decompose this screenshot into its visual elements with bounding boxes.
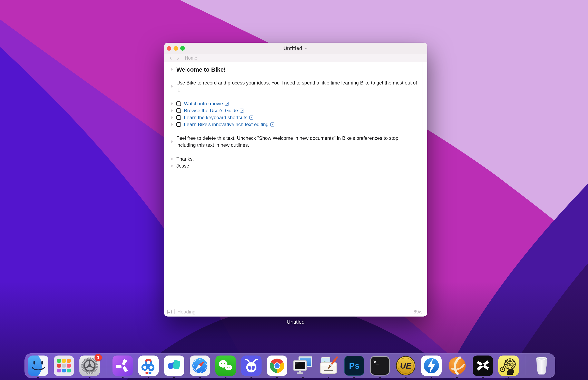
chevron-left-icon	[169, 56, 173, 60]
dock-bike-icon[interactable]	[498, 356, 519, 376]
dock-safari-icon[interactable]	[190, 356, 210, 376]
running-indicator	[199, 377, 201, 378]
running-indicator	[302, 377, 304, 378]
dock-baidu-netdisk-icon[interactable]	[138, 356, 159, 376]
dock-divider	[525, 356, 525, 375]
running-indicator	[89, 377, 90, 378]
running-indicator	[482, 377, 484, 378]
running-indicator	[148, 377, 149, 378]
dock-launchpad-icon[interactable]	[54, 356, 74, 376]
disclosure-triangle-icon[interactable]	[171, 123, 173, 126]
dock: 1	[24, 353, 555, 378]
running-indicator	[379, 377, 381, 378]
dock-paint-app-icon[interactable]	[318, 356, 339, 376]
disclosure-triangle-icon[interactable]	[171, 116, 173, 119]
external-link-icon[interactable]: ↗	[240, 109, 244, 113]
dock-finder-icon[interactable]	[28, 356, 48, 376]
window-title: Untitled	[283, 45, 302, 51]
dock-wechat-icon[interactable]	[216, 356, 236, 376]
closing-text[interactable]: Thanks,	[176, 156, 194, 162]
ps-logo-text: Ps	[349, 361, 359, 371]
status-bar: Heading 69w	[164, 307, 427, 316]
breadcrumb-home[interactable]: Home	[185, 55, 197, 61]
external-link-icon[interactable]: ↗	[249, 115, 253, 120]
word-count: 69w	[413, 309, 422, 315]
checklist: Watch intro movie ↗ Browse the User's Gu…	[176, 100, 417, 128]
bike-window: Untitled Home	[164, 43, 427, 317]
dock-trash-icon[interactable]	[531, 356, 552, 376]
link-watch-intro-movie[interactable]: Watch intro movie	[184, 100, 223, 107]
running-indicator	[405, 377, 407, 378]
dock-chrome-icon[interactable]	[267, 356, 287, 376]
dock-remote-desktop-icon[interactable]	[293, 356, 313, 376]
disclosure-triangle-icon[interactable]	[171, 165, 173, 167]
dock-lightning-app-icon[interactable]	[421, 356, 442, 376]
running-indicator	[508, 377, 510, 378]
disclosure-triangle-icon[interactable]	[171, 140, 173, 143]
disclosure-triangle-icon[interactable]	[171, 158, 173, 160]
running-indicator	[37, 377, 39, 378]
running-indicator	[353, 377, 355, 378]
dock-divider	[106, 356, 106, 375]
dock-orange-ball-app-icon[interactable]	[447, 356, 467, 376]
checklist-row[interactable]: Browse the User's Guide ↗	[176, 107, 417, 114]
dock-ultraedit-icon[interactable]: UE	[395, 356, 416, 376]
editor-area[interactable]: Welcome to Bike! Use Bike to record and …	[164, 62, 427, 307]
heading-row[interactable]: Welcome to Bike!	[176, 65, 417, 74]
running-indicator	[225, 377, 226, 378]
checkbox[interactable]	[176, 108, 181, 113]
right-gutter-line	[422, 62, 422, 307]
disclosure-triangle-icon[interactable]	[171, 102, 173, 105]
desktop: Untitled Home	[0, 0, 588, 380]
checkbox[interactable]	[176, 115, 181, 120]
chevron-right-icon	[176, 56, 180, 60]
link-rich-text-editing[interactable]: Learn Bike's innovative rich text editin…	[184, 121, 269, 128]
checklist-row[interactable]: Learn the keyboard shortcuts ↗	[176, 114, 417, 121]
back-button[interactable]	[169, 55, 176, 61]
link-keyboard-shortcuts[interactable]: Learn the keyboard shortcuts	[184, 114, 247, 121]
closing-text[interactable]: Jesse	[176, 163, 189, 169]
link-users-guide[interactable]: Browse the User's Guide	[184, 107, 238, 114]
divider	[174, 309, 175, 314]
external-link-icon[interactable]: ↗	[270, 122, 274, 127]
closing-row[interactable]: Thanks,	[176, 155, 417, 162]
checklist-row[interactable]: Watch intro movie ↗	[176, 100, 417, 107]
closing-row[interactable]: Jesse	[176, 162, 417, 169]
focus-icon[interactable]	[167, 310, 172, 314]
running-indicator	[251, 377, 252, 378]
paragraph-row[interactable]: Use Bike to record and process your idea…	[176, 79, 417, 93]
running-indicator	[173, 377, 175, 378]
external-link-icon[interactable]: ↗	[225, 102, 229, 106]
dock-system-preferences-icon[interactable]: 1	[79, 356, 100, 376]
dock-todesk-icon[interactable]	[164, 356, 184, 376]
running-indicator	[122, 377, 123, 378]
desktop-file-label: Untitled	[164, 319, 427, 325]
checklist-row[interactable]: Learn Bike's innovative rich text editin…	[176, 121, 417, 128]
dock-ant-app-icon[interactable]	[241, 356, 261, 376]
titlebar[interactable]: Untitled	[164, 43, 427, 54]
checkbox[interactable]	[176, 122, 181, 127]
disclosure-triangle-icon[interactable]	[171, 109, 173, 112]
terminal-prompt-text: >_	[373, 359, 380, 365]
paragraph-row[interactable]: Feel free to delete this text. Uncheck "…	[176, 135, 417, 149]
dock-capcut-icon[interactable]	[473, 356, 493, 376]
paragraph-text[interactable]: Feel free to delete this text. Uncheck "…	[176, 135, 398, 148]
notification-badge: 1	[95, 354, 102, 361]
running-indicator	[456, 377, 458, 378]
row-type-label: Heading	[177, 309, 196, 315]
text-caret	[176, 66, 176, 73]
paragraph-text[interactable]: Use Bike to record and process your idea…	[176, 80, 417, 93]
dock-terminal-icon[interactable]: >_	[370, 356, 390, 376]
ue-logo-text: UE	[400, 361, 412, 370]
heading-text[interactable]: Welcome to Bike!	[176, 66, 226, 73]
disclosure-triangle-icon[interactable]	[171, 68, 173, 71]
running-indicator	[328, 377, 329, 378]
disclosure-triangle-icon[interactable]	[171, 85, 173, 88]
checkbox[interactable]	[176, 101, 181, 106]
dock-pinwheel-app-icon[interactable]	[113, 356, 133, 376]
running-indicator	[276, 377, 278, 378]
chevron-down-icon[interactable]	[304, 46, 308, 50]
dock-photoshop-icon[interactable]: Ps	[344, 356, 364, 376]
forward-button[interactable]	[176, 55, 183, 61]
path-bar: Home	[164, 54, 427, 62]
